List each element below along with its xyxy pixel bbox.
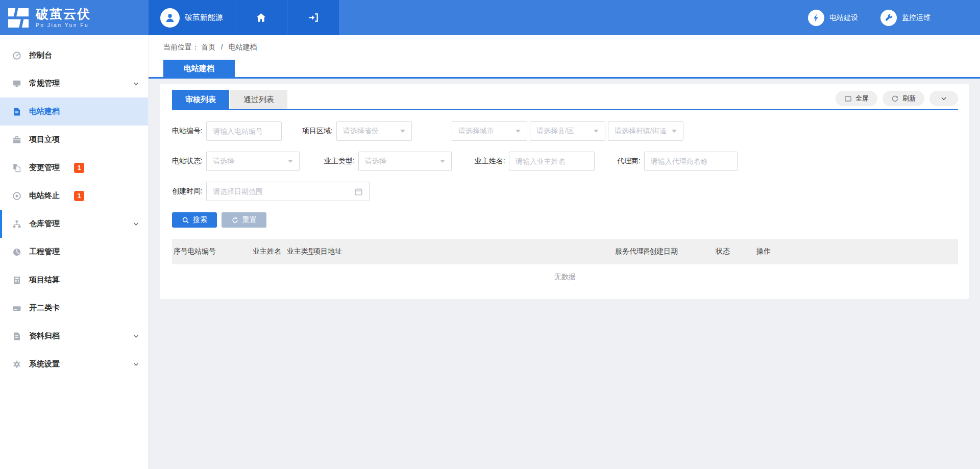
station-no-input[interactable] (213, 127, 275, 135)
breadcrumb-current: 电站建档 (229, 43, 257, 51)
agent-input[interactable] (651, 157, 731, 165)
monitor-icon (12, 79, 21, 88)
chevron-down-icon (133, 333, 139, 339)
owner-type-select[interactable]: 请选择 (358, 152, 452, 171)
logout-icon (307, 12, 319, 23)
fullscreen-button[interactable]: 全屏 (836, 91, 877, 106)
gear-icon (12, 360, 21, 369)
chevron-down-icon (133, 80, 139, 87)
sidebar-item-warehouse-mgmt[interactable]: 仓库管理 (0, 210, 148, 238)
col-project-address: 项目地址 (313, 247, 615, 256)
user-menu[interactable]: 破茧新能源 (149, 0, 235, 35)
empty-state: 无数据 (172, 264, 958, 288)
sidebar-item-label: 项目立项 (29, 135, 60, 144)
sidebar-item-project-initiation[interactable]: 项目立项 (0, 126, 148, 154)
page-tab-station-archive[interactable]: 电站建档 (163, 60, 235, 77)
home-button[interactable] (235, 0, 287, 35)
sidebar-item-label: 控制台 (29, 51, 52, 60)
sidebar-item-data-archive[interactable]: 资料归档 (0, 322, 148, 350)
caret-down-icon (288, 160, 293, 163)
collapse-button[interactable] (929, 91, 958, 106)
col-status: 状态 (716, 247, 756, 256)
search-button[interactable]: 搜索 (172, 212, 217, 228)
city-select[interactable]: 请选择城市 (452, 121, 527, 141)
col-station-no: 电站编号 (187, 247, 253, 256)
brand-subtitle: Po Jian Yun Fu (36, 22, 91, 28)
sidebar-item-label: 项目结算 (29, 275, 60, 285)
col-owner-type: 业主类型 (287, 247, 313, 256)
sidebar-item-engineering-mgmt[interactable]: 工程管理 (0, 238, 148, 266)
station-status-field: 电站状态: 请选择 (172, 152, 300, 171)
dashboard-icon (12, 51, 21, 60)
topbar-brand: 破茧云伏 Po Jian Yun Fu (0, 0, 149, 35)
sidebar-item-change-mgmt[interactable]: 变更管理 1 (0, 154, 148, 182)
region-label: 项目区域: (302, 127, 336, 136)
list-tabs: 审核列表 通过列表 (172, 90, 287, 109)
sidebar-item-general-mgmt[interactable]: 常规管理 (0, 69, 148, 97)
status-badge: 1 (74, 191, 84, 201)
agent-label: 代理商: (617, 157, 644, 166)
refresh-icon (891, 95, 899, 103)
province-select[interactable]: 请选择省份 (336, 121, 412, 141)
date-range-picker[interactable] (206, 182, 370, 201)
document-icon (12, 107, 21, 116)
page-header: 当前位置： 首页 / 电站建档 电站建档 (149, 35, 980, 77)
refresh-button[interactable]: 刷新 (883, 91, 924, 106)
town-select[interactable]: 请选择村镇/街道 (608, 121, 683, 141)
sidebar-item-console[interactable]: 控制台 (0, 41, 148, 69)
date-range-input[interactable] (213, 187, 350, 195)
owner-name-field: 业主姓名: (475, 152, 595, 171)
sidebar-item-label: 资料归档 (29, 331, 60, 341)
sitemap-icon (12, 219, 21, 229)
briefcase-icon (12, 135, 21, 144)
chevron-down-icon (133, 220, 139, 227)
agent-field: 代理商: (617, 152, 738, 171)
breadcrumb-separator: / (221, 43, 223, 51)
owner-type-field: 业主类型: 请选择 (324, 152, 452, 171)
col-index: 序号 (172, 247, 187, 256)
user-name: 破茧新能源 (185, 13, 223, 22)
reset-icon (231, 216, 239, 224)
nav-station-build-label: 电站建设 (829, 13, 858, 22)
tab-passed-list[interactable]: 通过列表 (230, 90, 287, 109)
caret-down-icon (672, 130, 677, 133)
gauge-icon (12, 248, 21, 257)
region-field: 项目区域: 请选择省份 请选择城市 请选择县/区 请选择村镇/街道 (302, 121, 683, 141)
reset-button[interactable]: 重置 (222, 212, 266, 228)
tab-review-list[interactable]: 审核列表 (172, 90, 229, 109)
station-status-select[interactable]: 请选择 (206, 152, 300, 171)
filter-row-1: 电站编号: 项目区域: 请选择省份 请选择城市 请选择县/区 (172, 121, 958, 141)
col-service-agent: 服务代理商 (615, 247, 649, 256)
sidebar-item-label: 系统设置 (29, 359, 60, 369)
sidebar-item-label: 工程管理 (29, 247, 60, 257)
search-label: 搜索 (193, 215, 207, 225)
sidebar-item-label: 电站终止 (29, 191, 60, 201)
sidebar-item-station-termination[interactable]: 电站终止 1 (0, 182, 148, 210)
create-time-field: 创建时间: (172, 182, 370, 201)
fullscreen-label: 全屏 (855, 94, 869, 103)
sidebar-item-label: 开二类卡 (29, 303, 60, 313)
status-badge: 1 (74, 163, 84, 173)
sidebar-item-station-archive[interactable]: 电站建档 (0, 97, 148, 126)
col-operations: 操作 (756, 247, 958, 256)
topbar: 破茧云伏 Po Jian Yun Fu 破茧新能源 (0, 0, 980, 35)
owner-name-input[interactable] (516, 157, 588, 165)
sidebar-item-system-settings[interactable]: 系统设置 (0, 350, 148, 378)
nav-station-build[interactable]: 电站建设 (808, 10, 858, 26)
station-no-label: 电站编号: (172, 127, 206, 136)
copy-icon (12, 163, 21, 172)
breadcrumb-home-link[interactable]: 首页 (201, 43, 215, 51)
card-icon (12, 304, 21, 313)
col-create-date: 创建日期 (649, 247, 716, 256)
home-icon (255, 12, 267, 23)
sidebar-item-project-settlement[interactable]: 项目结算 (0, 266, 148, 294)
sidebar-item-open-class2-card[interactable]: 开二类卡 (0, 294, 148, 322)
target-icon (12, 191, 21, 201)
nav-monitor-ops[interactable]: 监控运维 (880, 10, 930, 26)
main-panel: 审核列表 通过列表 全屏 刷新 (160, 84, 969, 299)
county-select[interactable]: 请选择县/区 (530, 121, 605, 141)
calculator-icon (12, 276, 21, 285)
logout-button[interactable] (287, 0, 339, 35)
calendar-icon (354, 187, 363, 196)
breadcrumb-prefix: 当前位置： (163, 43, 199, 51)
